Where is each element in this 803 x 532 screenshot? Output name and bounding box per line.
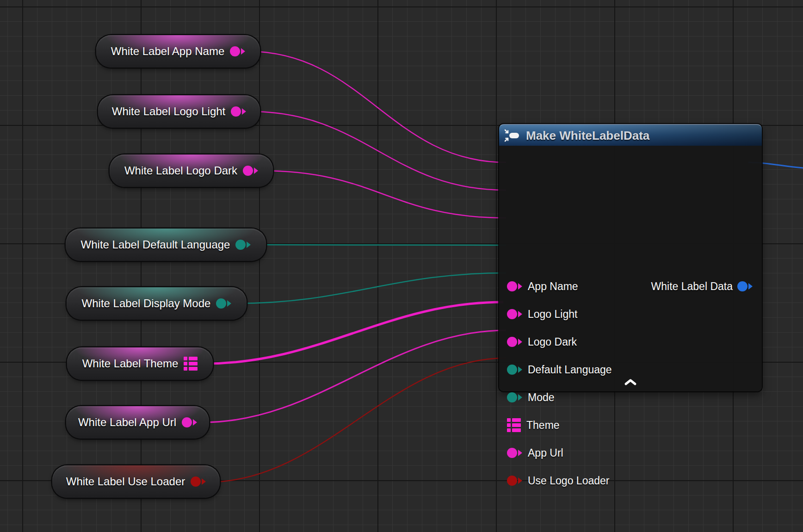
struct-pin-icon[interactable]	[184, 357, 198, 371]
output-pin-icon[interactable]	[737, 281, 753, 291]
make-struct-icon	[504, 129, 521, 142]
variable-node-white-label-display-mode[interactable]: White Label Display Mode	[67, 287, 247, 320]
enum-pin-icon[interactable]	[235, 240, 251, 250]
input-row-theme: Theme	[507, 411, 560, 439]
variable-node-white-label-logo-light[interactable]: White Label Logo Light	[98, 95, 260, 128]
input-row-app-url: App Url	[507, 439, 563, 467]
string-pin-icon[interactable]	[507, 309, 522, 319]
input-pin-label: App Name	[528, 281, 578, 292]
input-row-app-name: App Name	[507, 272, 578, 300]
input-pin-label: App Url	[528, 448, 563, 458]
input-pin-label: Logo Light	[528, 309, 577, 320]
variable-node-label: White Label Logo Light	[112, 106, 226, 117]
variable-node-white-label-app-url[interactable]: White Label App Url	[66, 406, 209, 439]
wire-app-name[interactable]	[247, 51, 506, 162]
enum-pin-icon[interactable]	[507, 365, 522, 375]
variable-node-label: White Label Logo Dark	[124, 165, 237, 176]
variable-node-white-label-app-name[interactable]: White Label App Name	[96, 35, 260, 68]
make-whitelabeldata-node[interactable]: Make WhiteLabelData App Name Logo Light …	[499, 124, 762, 391]
string-pin-icon[interactable]	[507, 448, 522, 458]
struct-pin-icon[interactable]	[507, 418, 521, 432]
variable-node-white-label-default-language[interactable]: White Label Default Language	[66, 229, 266, 261]
graph-canvas[interactable]: White Label App Name White Label Logo Li…	[0, 0, 803, 532]
input-row-use-logo-loader: Use Logo Loader	[507, 467, 609, 495]
variable-node-label: White Label App Name	[111, 46, 224, 57]
input-row-logo-light: Logo Light	[507, 300, 577, 328]
wire-use-loader[interactable]	[208, 358, 506, 482]
variable-node-label: White Label Use Loader	[66, 476, 185, 487]
variable-node-label: White Label Theme	[82, 358, 179, 369]
variable-node-label: White Label App Url	[78, 417, 176, 428]
wire-logo-light[interactable]	[250, 111, 506, 190]
chevron-up-icon	[624, 378, 637, 386]
input-pin-label: Logo Dark	[528, 337, 577, 347]
input-pin-label: Mode	[528, 392, 555, 403]
variable-node-white-label-logo-dark[interactable]: White Label Logo Dark	[110, 155, 273, 187]
wire-app-url[interactable]	[203, 330, 506, 422]
wire-display-mode[interactable]	[234, 273, 506, 303]
wire-logo-dark[interactable]	[261, 171, 506, 218]
make-node-title: Make WhiteLabelData	[526, 130, 649, 142]
string-pin-icon[interactable]	[230, 46, 245, 56]
variable-node-white-label-theme[interactable]: White Label Theme	[67, 347, 213, 380]
string-pin-icon[interactable]	[182, 417, 197, 427]
bool-pin-icon[interactable]	[507, 476, 522, 486]
input-row-logo-dark: Logo Dark	[507, 328, 577, 356]
input-pin-label: Use Logo Loader	[528, 476, 609, 486]
wire-default-language[interactable]	[256, 245, 506, 245]
input-pin-label: Default Language	[528, 365, 612, 375]
wire-theme[interactable]	[205, 302, 503, 364]
output-row-white-label-data: White Label Data	[651, 272, 753, 300]
make-node-header[interactable]: Make WhiteLabelData	[499, 124, 762, 146]
bool-pin-icon[interactable]	[191, 476, 206, 487]
enum-pin-icon[interactable]	[507, 392, 522, 402]
string-pin-icon[interactable]	[507, 281, 522, 291]
string-pin-icon[interactable]	[231, 106, 246, 117]
variable-node-label: White Label Default Language	[81, 239, 230, 250]
collapse-pins-button[interactable]	[617, 378, 644, 386]
input-pin-label: Theme	[526, 420, 560, 431]
string-pin-icon[interactable]	[243, 166, 258, 176]
variable-node-white-label-use-loader[interactable]: White Label Use Loader	[52, 465, 220, 498]
output-pin-label: White Label Data	[651, 281, 733, 292]
input-row-mode: Mode	[507, 384, 555, 411]
string-pin-icon[interactable]	[507, 337, 522, 347]
variable-node-label: White Label Display Mode	[82, 298, 211, 309]
input-row-default-language: Default Language	[507, 356, 612, 384]
enum-pin-icon[interactable]	[216, 298, 231, 309]
